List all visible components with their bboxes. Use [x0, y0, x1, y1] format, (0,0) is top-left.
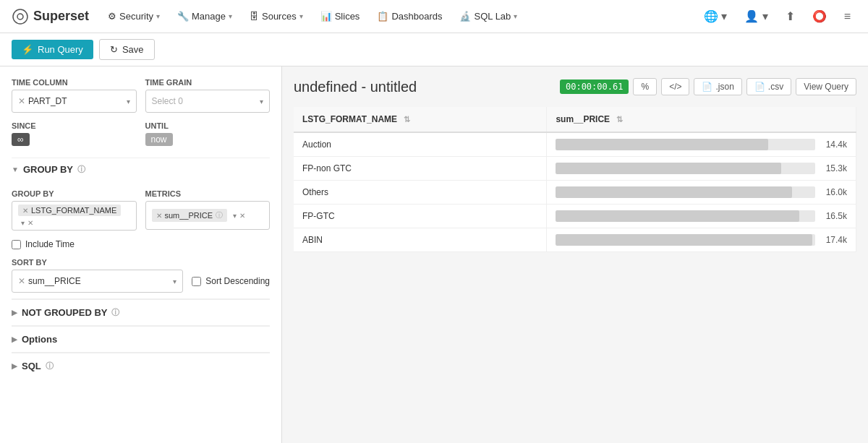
right-panel: undefined - untitled 00:00:00.61 % </> 📄…: [282, 66, 868, 443]
toolbar: ⚡ Run Query ↻ Save: [0, 33, 868, 66]
bar-cell: 16.0k: [556, 186, 847, 198]
bar-fill: [556, 163, 781, 174]
sort-by-arrow: ▾: [173, 278, 176, 285]
group-by-tag-remove[interactable]: ✕: [22, 207, 28, 215]
security-caret: ▾: [156, 12, 160, 20]
bar-fill: [556, 186, 791, 198]
data-table: LSTG_FORMAT_NAME ⇅ sum__PRICE ⇅ Auction1…: [294, 107, 856, 252]
language-icon[interactable]: 🌐 ▾: [698, 7, 733, 26]
sort-desc-checkbox[interactable]: [192, 277, 201, 286]
until-group: Until now: [145, 121, 271, 146]
sources-caret: ▾: [299, 12, 303, 20]
sort-by-row: Sort By ✕ sum__PRICE ▾ Sort Descending: [12, 258, 270, 293]
code-button[interactable]: </>: [661, 78, 689, 95]
sources-icon: 🗄: [250, 11, 259, 22]
github-icon[interactable]: ⭕: [807, 7, 833, 26]
sqllab-icon: 🔬: [459, 11, 471, 22]
sort-by-group: Sort By ✕ sum__PRICE ▾: [12, 258, 183, 293]
include-time-label: Include Time: [25, 239, 75, 249]
sql-info-icon: ⓘ: [46, 361, 54, 371]
chart-header: undefined - untitled 00:00:00.61 % </> 📄…: [294, 78, 856, 95]
time-column-arrow: ▾: [127, 98, 130, 106]
group-by-dropdown-arrow[interactable]: ▾: [21, 219, 25, 227]
csv-icon: 📄: [754, 82, 765, 92]
nav-dashboards[interactable]: 📋 Dashboards: [370, 8, 449, 25]
options-section[interactable]: ▶ Options: [12, 326, 270, 352]
col1-sort-icon[interactable]: ⇅: [404, 115, 410, 124]
col-name-header: LSTG_FORMAT_NAME ⇅: [294, 107, 547, 132]
row-name: ABIN: [294, 228, 547, 252]
user-icon[interactable]: 👤 ▾: [739, 7, 773, 26]
sort-desc-label: Sort Descending: [205, 276, 270, 286]
group-by-title: GROUP BY: [23, 164, 73, 175]
nav-security[interactable]: ⚙ Security ▾: [101, 8, 167, 25]
bar-value: 17.4k: [821, 235, 847, 245]
until-value[interactable]: now: [145, 133, 173, 146]
main-layout: Time Column ✕ PART_DT ▾ Time Grain Selec…: [0, 66, 868, 443]
svg-point-1: [17, 14, 23, 20]
group-metrics-row: Group by ✕ LSTG_FORMAT_NAME ▾ ✕ Metrics …: [12, 189, 270, 231]
json-button[interactable]: 📄 .json: [694, 78, 741, 95]
bar-cell: 16.5k: [556, 210, 847, 222]
left-panel: Time Column ✕ PART_DT ▾ Time Grain Selec…: [0, 66, 282, 443]
nav-manage[interactable]: 🔧 Manage ▾: [170, 8, 239, 25]
slices-icon: 📊: [320, 11, 332, 22]
col2-sort-icon[interactable]: ⇅: [616, 115, 623, 124]
row-value: 16.0k: [547, 181, 856, 205]
group-by-group: Group by ✕ LSTG_FORMAT_NAME ▾ ✕: [12, 189, 137, 231]
sort-desc-group: Sort Descending: [192, 276, 270, 286]
bar-value: 16.5k: [821, 211, 847, 221]
row-name: FP-non GTC: [294, 157, 547, 181]
metrics-dropdown-arrow[interactable]: ▾: [233, 212, 237, 220]
sort-by-clear[interactable]: ✕: [18, 276, 25, 286]
table-row: Auction14.4k: [294, 132, 856, 157]
bar-value: 14.4k: [821, 139, 847, 150]
link-button[interactable]: %: [633, 78, 657, 95]
time-column-clear[interactable]: ✕: [18, 96, 25, 106]
sql-section[interactable]: ▶ SQL ⓘ: [12, 353, 270, 379]
not-grouped-title: NOT GROUPED BY: [22, 307, 107, 318]
group-by-input[interactable]: ✕ LSTG_FORMAT_NAME ▾ ✕: [12, 201, 137, 231]
time-grain-group: Time Grain Select 0 ▾: [145, 78, 271, 113]
bar-background: [556, 234, 815, 246]
chart-actions: 00:00:00.61 % </> 📄 .json 📄 .csv View Qu…: [560, 78, 856, 95]
time-grain-label: Time Grain: [145, 78, 271, 87]
since-value[interactable]: ∞: [12, 133, 30, 146]
upload-icon[interactable]: ⬆: [780, 7, 801, 26]
view-query-button[interactable]: View Query: [796, 78, 856, 95]
group-by-clear[interactable]: ✕: [27, 219, 33, 227]
sort-by-select[interactable]: ✕ sum__PRICE ▾: [12, 270, 183, 293]
metrics-clear[interactable]: ✕: [239, 212, 245, 220]
col-value-header: sum__PRICE ⇅: [547, 107, 856, 132]
table-header-row: LSTG_FORMAT_NAME ⇅ sum__PRICE ⇅: [294, 107, 856, 132]
table-row: FP-GTC16.5k: [294, 205, 856, 228]
sqllab-caret: ▾: [514, 12, 517, 20]
csv-button[interactable]: 📄 .csv: [746, 78, 791, 95]
group-by-section[interactable]: ▼ GROUP BY ⓘ: [12, 158, 270, 181]
group-by-info-icon: ⓘ: [77, 164, 85, 175]
metrics-input[interactable]: ✕ sum__PRICE ⓘ ▾ ✕: [145, 201, 271, 230]
bar-background: [556, 186, 815, 198]
bar-fill: [556, 234, 812, 246]
metrics-tag-remove[interactable]: ✕: [156, 212, 162, 220]
include-time-checkbox[interactable]: [12, 240, 21, 249]
nav-sqllab[interactable]: 🔬 SQL Lab ▾: [452, 8, 524, 25]
save-button[interactable]: ↻ Save: [99, 39, 155, 60]
menu-icon[interactable]: ≡: [838, 7, 856, 26]
since-until-row: Since ∞ Until now: [12, 121, 270, 146]
run-query-button[interactable]: ⚡ Run Query: [12, 40, 93, 59]
until-label: Until: [145, 121, 271, 130]
not-grouped-section[interactable]: ▶ NOT GROUPED BY ⓘ: [12, 299, 270, 325]
time-grain-placeholder: Select 0: [152, 96, 183, 106]
navbar: Superset ⚙ Security ▾ 🔧 Manage ▾ 🗄 Sourc…: [0, 0, 868, 33]
row-name: Auction: [294, 132, 547, 157]
group-by-label: Group by: [12, 189, 137, 198]
time-grain-select[interactable]: Select 0 ▾: [145, 90, 271, 113]
bar-value: 16.0k: [821, 187, 847, 197]
nav-slices[interactable]: 📊 Slices: [313, 8, 367, 25]
time-column-select[interactable]: ✕ PART_DT ▾: [12, 90, 137, 113]
time-grain-arrow: ▾: [260, 98, 263, 106]
nav-right: 🌐 ▾ 👤 ▾ ⬆ ⭕ ≡: [698, 7, 856, 26]
nav-sources[interactable]: 🗄 Sources ▾: [242, 8, 310, 25]
manage-caret: ▾: [229, 12, 232, 20]
